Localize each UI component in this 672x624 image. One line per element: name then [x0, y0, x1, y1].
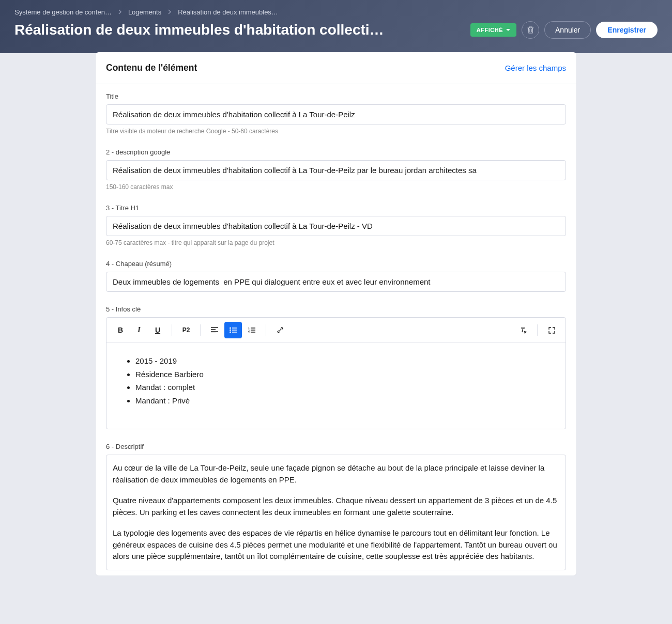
link-icon [277, 326, 284, 334]
card-header: Contenu de l'élément Gérer les champs [96, 52, 576, 84]
trash-icon [527, 26, 534, 34]
chevron-right-icon [118, 9, 122, 16]
info-list-item: Mandat : complet [135, 382, 555, 394]
field-label-title: Title [106, 92, 566, 100]
ordered-list-button[interactable]: 123 [243, 322, 261, 338]
underline-button[interactable]: U [149, 322, 166, 338]
info-list-item: Résidence Barbiero [135, 369, 555, 381]
field-helper-desc: 150-160 caractères max [106, 183, 566, 191]
descriptif-paragraph: La typologie des logements avec des espa… [113, 527, 559, 563]
field-chapeau: 4 - Chapeau (résumé) [96, 252, 576, 297]
align-button[interactable] [206, 322, 223, 338]
breadcrumb-cms[interactable]: Système de gestion de conten… [14, 8, 112, 16]
save-button[interactable]: Enregistrer [596, 22, 658, 38]
heading-button[interactable]: P2 [177, 322, 195, 338]
svg-text:3: 3 [248, 331, 250, 333]
breadcrumb-logements[interactable]: Logements [128, 8, 161, 16]
italic-button[interactable]: I [130, 322, 148, 338]
field-descriptif: 6 - Descriptif Au cœur de la ville de La… [96, 434, 576, 575]
p2-icon: P2 [182, 326, 190, 334]
underline-icon: U [155, 326, 160, 334]
chevron-down-icon [506, 29, 510, 31]
field-h1: 3 - Titre H1 60-75 caractères max - titr… [96, 196, 576, 252]
title-input[interactable] [106, 104, 566, 124]
field-helper-h1: 60-75 caractères max - titre qui apparai… [106, 239, 566, 246]
expand-icon [548, 327, 555, 334]
h1-input[interactable] [106, 216, 566, 236]
svg-point-0 [230, 327, 231, 329]
breadcrumb: Système de gestion de conten… Logements … [14, 8, 658, 16]
status-badge[interactable]: AFFICHÉ [470, 23, 516, 37]
info-list-item: 2015 - 2019 [135, 355, 555, 367]
status-label: AFFICHÉ [477, 27, 503, 33]
info-list-item: Mandant : Privé [135, 395, 555, 407]
bullet-list-button[interactable] [224, 322, 242, 338]
descriptif-content[interactable]: Au cœur de la ville de La Tour-de-Peilz,… [106, 455, 566, 570]
rich-editor-infos: B I U P2 123 [106, 317, 566, 429]
header-row: Réalisation de deux immeubles d'habitati… [14, 21, 658, 39]
svg-point-1 [230, 330, 231, 331]
clear-format-button[interactable] [514, 322, 532, 338]
toolbar-divider [172, 324, 172, 336]
info-list: 2015 - 2019 Résidence Barbiero Mandat : … [117, 355, 555, 407]
header-actions: AFFICHÉ Annuler Enregistrer [470, 21, 658, 39]
link-button[interactable] [271, 322, 289, 338]
clear-format-icon [520, 326, 527, 334]
editor-toolbar: B I U P2 123 [106, 318, 566, 343]
descriptif-paragraph: Au cœur de la ville de La Tour-de-Peilz,… [113, 462, 559, 486]
manage-fields-link[interactable]: Gérer les champs [505, 64, 566, 72]
chevron-right-icon [167, 9, 172, 16]
editor-content-infos[interactable]: 2015 - 2019 Résidence Barbiero Mandat : … [106, 343, 566, 429]
field-desc-google: 2 - description google 150-160 caractère… [96, 140, 576, 196]
field-label-descriptif: 6 - Descriptif [106, 443, 566, 450]
cancel-button[interactable]: Annuler [544, 21, 591, 39]
bold-icon: B [118, 326, 123, 334]
desc-google-input[interactable] [106, 160, 566, 180]
field-title: Title Titre visible ds moteur de recherc… [96, 84, 576, 140]
align-left-icon [211, 327, 218, 333]
rich-editor-descriptif: Au cœur de la ville de La Tour-de-Peilz,… [106, 455, 566, 570]
header: Système de gestion de conten… Logements … [0, 0, 672, 53]
toolbar-divider [266, 324, 266, 336]
field-label-chapeau: 4 - Chapeau (résumé) [106, 260, 566, 268]
field-label-h1: 3 - Titre H1 [106, 204, 566, 212]
bold-button[interactable]: B [112, 322, 129, 338]
expand-button[interactable] [543, 322, 560, 338]
card-title: Contenu de l'élément [106, 63, 197, 73]
breadcrumb-current: Réalisation de deux immeubles… [178, 8, 278, 16]
italic-icon: I [138, 326, 140, 334]
field-label-infos: 5 - Infos clé [106, 305, 566, 313]
field-infos: 5 - Infos clé B I U P2 123 [96, 297, 576, 434]
field-label-desc: 2 - description google [106, 148, 566, 156]
descriptif-paragraph: Quatre niveaux d'appartements composent … [113, 495, 559, 518]
svg-point-2 [230, 332, 231, 333]
bullet-list-icon [230, 327, 237, 333]
page-title: Réalisation de deux immeubles d'habitati… [14, 22, 387, 38]
toolbar-divider [200, 324, 201, 336]
toolbar-divider [537, 324, 538, 336]
field-helper-title: Titre visible ds moteur de recherche Goo… [106, 128, 566, 135]
chapeau-input[interactable] [106, 272, 566, 292]
content-card: Contenu de l'élément Gérer les champs Ti… [96, 52, 576, 575]
delete-button[interactable] [522, 21, 539, 39]
ordered-list-icon: 123 [248, 327, 255, 333]
